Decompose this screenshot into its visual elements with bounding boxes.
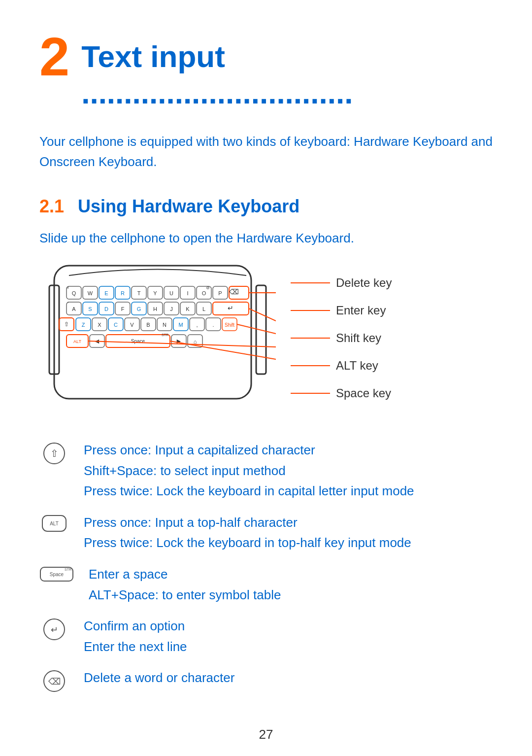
svg-line-82 (249, 309, 276, 321)
svg-text:ALT: ALT (50, 521, 59, 526)
svg-text:F: F (121, 306, 125, 312)
svg-text:J: J (170, 306, 173, 312)
svg-text:R: R (121, 290, 125, 296)
callout-delete: Delete key (291, 276, 493, 290)
callout-space: Space key (291, 386, 493, 400)
svg-text:B: B (146, 322, 150, 328)
svg-rect-0 (54, 266, 251, 399)
svg-text:V: V (130, 322, 134, 328)
svg-text:⇧: ⇧ (50, 448, 59, 459)
svg-text:W: W (88, 290, 93, 296)
enter-line-2: Enter the next line (84, 637, 493, 657)
callout-line (291, 393, 330, 394)
space-line-2: ALT+Space: to enter symbol table (89, 585, 493, 606)
section-title: Using Hardware Keyboard (78, 196, 299, 217)
svg-text:Z: Z (82, 322, 85, 328)
shift-icon: ⇧ (39, 440, 69, 465)
shift-line-1: Press once: Input a capitalized characte… (84, 440, 493, 461)
svg-text:↵: ↵ (51, 625, 58, 635)
svg-text:N: N (163, 322, 166, 328)
callout-alt-text: ALT key (336, 359, 378, 373)
svg-text:K: K (186, 306, 190, 312)
svg-text:Shift: Shift (225, 322, 234, 328)
svg-text:C: C (114, 322, 118, 328)
svg-text:,: , (196, 322, 198, 328)
page-number: 27 (39, 727, 493, 742)
svg-text:Y: Y (153, 290, 157, 296)
svg-text:⇧: ⇧ (64, 321, 69, 328)
alt-text-block: Press once: Input a top-half character P… (84, 513, 493, 553)
feature-list: ⇧ Press once: Input a capitalized charac… (39, 440, 493, 697)
svg-text:⌂: ⌂ (194, 339, 197, 344)
svg-text:I: I (187, 290, 188, 296)
space-line-1: Enter a space (89, 564, 493, 585)
svg-text:STR: STR (65, 568, 71, 571)
keyboard-diagram: Q # W E R T Y U I O @ (39, 261, 493, 415)
svg-text:L: L (202, 306, 205, 312)
shift-text-block: Press once: Input a capitalized characte… (84, 440, 493, 502)
delete-icon: ⌫ (39, 668, 69, 692)
callout-line (291, 310, 330, 311)
svg-text:Q: Q (72, 290, 76, 296)
svg-text:*: * (67, 301, 69, 305)
svg-text:U: U (169, 290, 173, 296)
space-icon: Space STR (39, 564, 74, 582)
enter-icon: ↵ (39, 616, 69, 641)
enter-text-block: Confirm an option Enter the next line (84, 616, 493, 657)
slide-instruction: Slide up the cellphone to open the Hardw… (39, 231, 493, 246)
callout-shift: Shift key (291, 331, 493, 345)
callout-line (291, 338, 330, 339)
page-header: 2 Text input ...........................… (39, 30, 493, 112)
svg-text:↵: ↵ (228, 304, 233, 312)
enter-line-1: Confirm an option (84, 616, 493, 637)
svg-text:E: E (104, 290, 108, 296)
svg-text:STR: STR (162, 333, 168, 337)
feature-alt: ALT Press once: Input a top-half charact… (39, 513, 493, 553)
svg-text:M: M (178, 322, 183, 328)
svg-text:#: # (67, 286, 69, 289)
callout-delete-text: Delete key (336, 276, 392, 290)
svg-text:⌫: ⌫ (48, 677, 61, 687)
delete-line-1: Delete a word or character (84, 668, 493, 688)
svg-text:S: S (88, 306, 92, 312)
svg-text:Space: Space (50, 572, 64, 577)
callout-enter-text: Enter key (336, 304, 386, 317)
chapter-title: Text input .............................… (81, 30, 493, 112)
feature-delete: ⌫ Delete a word or character (39, 668, 493, 692)
svg-text:X: X (98, 322, 101, 328)
svg-text:@: @ (206, 286, 209, 289)
svg-line-85 (170, 341, 276, 359)
svg-text:A: A (72, 306, 76, 312)
callout-space-text: Space key (336, 386, 391, 400)
svg-text:T: T (137, 290, 141, 296)
intro-text: Your cellphone is equipped with two kind… (39, 132, 493, 172)
callout-enter: Enter key (291, 304, 493, 317)
callout-shift-text: Shift key (336, 331, 381, 345)
callout-line (291, 282, 330, 283)
svg-text:P: P (218, 290, 222, 296)
section-heading: 2.1 Using Hardware Keyboard (39, 196, 493, 217)
alt-icon: ALT (39, 513, 69, 532)
alt-line-1: Press once: Input a top-half character (84, 513, 493, 533)
svg-text:G: G (137, 306, 141, 312)
svg-text:ALT: ALT (73, 339, 81, 344)
space-text-block: Enter a space ALT+Space: to enter symbol… (89, 564, 493, 605)
svg-text:⌫: ⌫ (229, 288, 239, 296)
callout-alt: ALT key (291, 359, 493, 373)
callout-line (291, 365, 330, 366)
svg-text:H: H (153, 306, 157, 312)
delete-text-block: Delete a word or character (84, 668, 493, 688)
svg-text:O: O (202, 290, 206, 296)
alt-line-2: Press twice: Lock the keyboard in top-ha… (84, 533, 493, 553)
shift-line-2: Shift+Space: to select input method (84, 461, 493, 481)
svg-text:.: . (212, 322, 214, 328)
feature-shift: ⇧ Press once: Input a capitalized charac… (39, 440, 493, 502)
feature-enter: ↵ Confirm an option Enter the next line (39, 616, 493, 657)
section-number: 2.1 (39, 196, 64, 217)
callouts: Delete key Enter key Shift key ALT key S… (291, 276, 493, 400)
feature-space: Space STR Enter a space ALT+Space: to en… (39, 564, 493, 605)
chapter-number: 2 (39, 30, 69, 84)
svg-text:D: D (104, 306, 108, 312)
shift-line-3: Press twice: Lock the keyboard in capita… (84, 481, 493, 502)
keyboard-image: Q # W E R T Y U I O @ (39, 261, 276, 415)
